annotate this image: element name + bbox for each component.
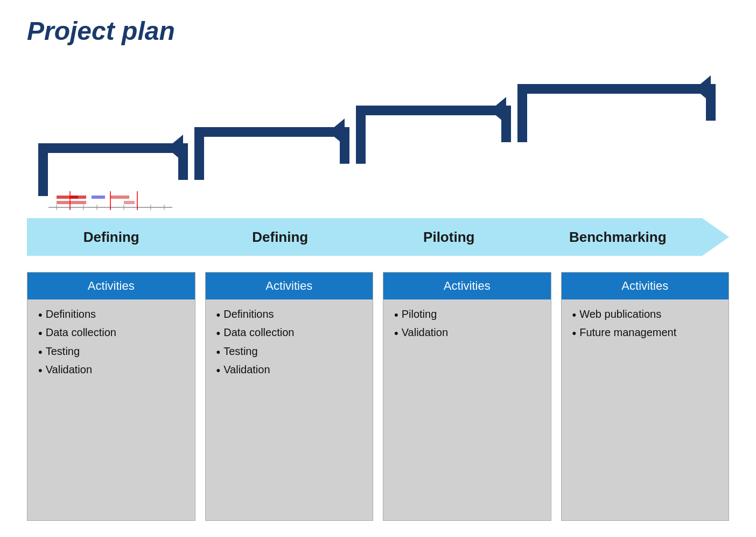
- card-1-body: • Definitions • Data collection • Testin…: [27, 299, 195, 520]
- card-1-header: Activities: [27, 273, 195, 299]
- svg-rect-17: [92, 196, 105, 199]
- bullet-icon: •: [394, 326, 398, 340]
- svg-rect-19: [124, 201, 135, 204]
- svg-rect-16: [57, 201, 86, 204]
- activities-row: Activities • Definitions • Data collecti…: [27, 272, 729, 521]
- svg-marker-0: [167, 135, 183, 162]
- phase-label-4: Benchmarking: [534, 229, 703, 246]
- phase-labels: Defining Defining Piloting Benchmarking: [27, 218, 702, 256]
- bullet-icon: •: [572, 308, 577, 322]
- activity-card-1: Activities • Definitions • Data collecti…: [27, 272, 195, 521]
- gantt-area: [27, 51, 729, 213]
- card-2-body: • Definitions • Data collection • Testin…: [206, 299, 373, 520]
- card-3-item-2: • Validation: [394, 326, 540, 340]
- phase-label-1: Defining: [27, 229, 196, 246]
- card-2-item-3: • Testing: [216, 345, 362, 359]
- card-2-header: Activities: [206, 273, 373, 299]
- bullet-icon: •: [216, 364, 221, 378]
- card-4-item-1: • Web publications: [572, 308, 718, 322]
- card-2-item-1: • Definitions: [216, 308, 362, 322]
- svg-marker-1: [328, 118, 345, 145]
- bullet-icon: •: [38, 308, 43, 322]
- card-4-item-2: • Future management: [572, 326, 718, 340]
- card-4-body: • Web publications • Future management: [562, 299, 729, 520]
- card-4-header: Activities: [562, 273, 729, 299]
- card-1-item-2: • Data collection: [38, 326, 184, 340]
- bullet-icon: •: [216, 326, 221, 340]
- svg-rect-15: [70, 196, 86, 199]
- phase-label-2: Defining: [196, 229, 365, 246]
- card-1-item-3: • Testing: [38, 345, 184, 359]
- bullet-icon: •: [38, 345, 43, 359]
- card-2-item-4: • Validation: [216, 364, 362, 378]
- bullet-icon: •: [394, 308, 398, 322]
- activity-card-4: Activities • Web publications • Future m…: [561, 272, 730, 521]
- svg-rect-18: [110, 196, 129, 199]
- svg-marker-3: [695, 75, 711, 102]
- page-title: Project plan: [27, 16, 729, 46]
- bullet-icon: •: [216, 308, 221, 322]
- bullet-icon: •: [38, 364, 43, 378]
- card-3-header: Activities: [383, 273, 551, 299]
- brackets-svg: [27, 51, 729, 213]
- card-2-item-2: • Data collection: [216, 326, 362, 340]
- page-container: Project plan: [0, 0, 756, 537]
- card-3-body: • Piloting • Validation: [383, 299, 551, 520]
- bullet-icon: •: [38, 326, 43, 340]
- phase-label-3: Piloting: [365, 229, 534, 246]
- card-1-item-1: • Definitions: [38, 308, 184, 322]
- svg-marker-2: [490, 97, 506, 124]
- bullet-icon: •: [572, 326, 577, 340]
- bullet-icon: •: [216, 345, 221, 359]
- activity-card-2: Activities • Definitions • Data collecti…: [205, 272, 374, 521]
- card-3-item-1: • Piloting: [394, 308, 540, 322]
- phase-arrow: Defining Defining Piloting Benchmarking: [27, 218, 729, 256]
- activity-card-3: Activities • Piloting • Validation: [383, 272, 551, 521]
- phase-arrow-container: Defining Defining Piloting Benchmarking: [27, 218, 729, 256]
- card-1-item-4: • Validation: [38, 364, 184, 378]
